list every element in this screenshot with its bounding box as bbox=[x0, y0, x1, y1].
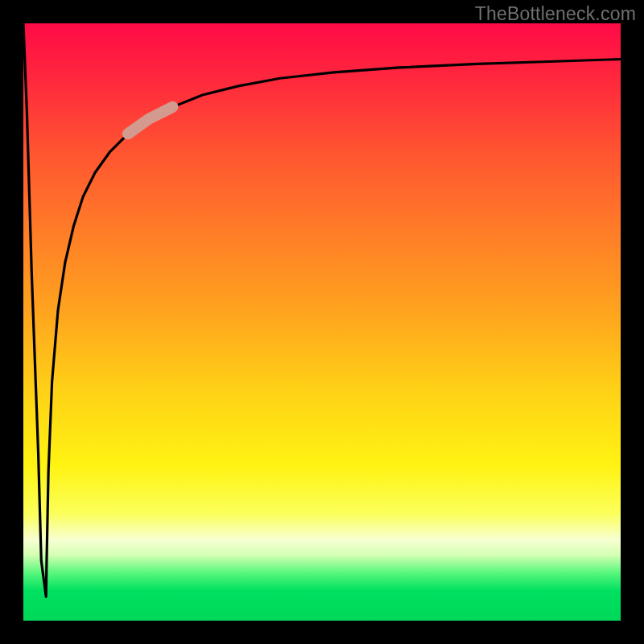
chart-stage: TheBottleneck.com bbox=[0, 0, 644, 644]
curve-highlight bbox=[128, 107, 173, 134]
curve-layer bbox=[23, 23, 621, 621]
attribution-label: TheBottleneck.com bbox=[475, 3, 636, 25]
plot-area bbox=[23, 23, 621, 621]
bottleneck-curve bbox=[23, 23, 621, 597]
